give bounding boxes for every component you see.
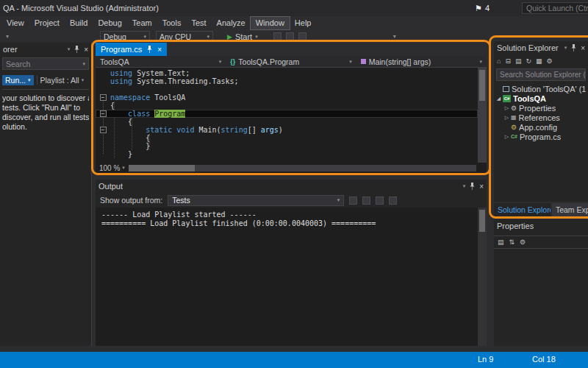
view-code-icon[interactable]: ▦ [536, 57, 542, 65]
window-title: QA - Microsoft Visual Studio (Administra… [3, 4, 159, 13]
properties-icon[interactable]: ⚙ [547, 57, 553, 65]
code-line[interactable] [96, 85, 478, 93]
chevron-collapsed-icon[interactable]: ▷ [503, 115, 510, 121]
test-explorer-header[interactable]: orer ▾ × [0, 43, 91, 56]
code-line[interactable]: using System.Threading.Tasks; [96, 77, 478, 85]
breadcrumb-segment[interactable]: ToolsQA▾ [96, 56, 226, 67]
scrollbar-thumb[interactable] [129, 165, 195, 171]
notification-count: 4 [485, 4, 490, 13]
menu-item-window[interactable]: Window [251, 17, 290, 29]
tree-item-properties[interactable]: ▷⚙Properties [494, 103, 588, 113]
notifications-button[interactable]: ⚑ 4 [475, 0, 490, 16]
output-toolbar-icon[interactable] [349, 197, 357, 205]
collapse-all-icon[interactable]: ⊟ [505, 57, 511, 65]
property-pages-icon[interactable]: ⚙ [520, 238, 526, 246]
show-all-files-icon[interactable]: ▤ [515, 57, 522, 65]
toolbar-icon[interactable] [286, 32, 294, 40]
solution-explorer-header[interactable]: Solution Explorer ▾ × [494, 41, 588, 54]
breadcrumb-segment[interactable]: {}ToolsQA.Program▾ [226, 56, 356, 67]
solution-platforms-dropdown[interactable]: Any CPU ▾ [156, 31, 213, 42]
menu-item-analyze[interactable]: Analyze [212, 17, 251, 29]
tree-item-app-config[interactable]: ⚙App.config [494, 122, 588, 132]
tab-program-cs[interactable]: Program.cs × [96, 43, 167, 56]
properties-header[interactable]: Properties [494, 219, 588, 233]
toolbar-overflow-icon[interactable]: ▾ [393, 33, 396, 40]
playlist-dropdown[interactable]: Playlist : All ▾ [40, 76, 85, 85]
menu-item-help[interactable]: Help [290, 17, 317, 29]
tree-item-toolsqa[interactable]: ◢C#ToolsQA [494, 93, 588, 103]
window-position-icon[interactable]: ▾ [463, 183, 466, 189]
code-line[interactable]: { [96, 102, 478, 110]
home-icon[interactable]: ⌂ [497, 57, 501, 65]
menu-item-team[interactable]: Team [127, 17, 157, 29]
code-line[interactable]: } [96, 142, 478, 150]
tab-solution-explorer[interactable]: Solution Explorer [494, 203, 551, 216]
tree-item-program-cs[interactable]: ▷C#Program.cs [494, 132, 588, 141]
test-explorer-panel: orer ▾ × Search ▾ Run... ▾ Playlist : Al… [0, 43, 92, 346]
fold-toggle[interactable]: − [96, 110, 110, 118]
chevron-expanded-icon[interactable]: ◢ [495, 96, 502, 102]
chevron-collapsed-icon[interactable]: ▷ [503, 105, 510, 111]
tree-item-label: App.config [519, 123, 557, 132]
menu-item-project[interactable]: Project [29, 17, 65, 29]
breadcrumb-segment[interactable]: Main(string[] args)▾ [356, 56, 487, 67]
output-toolbar-icon[interactable] [376, 197, 384, 205]
menu-item-debug[interactable]: Debug [93, 17, 126, 29]
toolbar-overflow-icon[interactable]: ▾ [6, 33, 9, 40]
code-editor[interactable]: using System.Text;using System.Threading… [96, 68, 487, 163]
output-source-dropdown[interactable]: Tests ▾ [168, 195, 344, 206]
menu-item-build[interactable]: Build [65, 17, 93, 29]
tab-team-exp[interactable]: Team Exp [552, 203, 588, 216]
run-menu-button[interactable]: Run... ▾ [2, 75, 34, 85]
output-toolbar-icon[interactable] [362, 197, 370, 205]
code-line[interactable]: { [96, 134, 478, 142]
code-line[interactable]: { [96, 118, 478, 126]
output-header[interactable]: Output ▾ × [96, 180, 487, 193]
fold-toggle[interactable]: − [96, 93, 110, 102]
pin-icon[interactable] [74, 46, 80, 54]
output-toolbar-icon[interactable] [389, 197, 397, 205]
solution-configurations-dropdown[interactable]: Debug ▾ [100, 31, 150, 42]
output-console[interactable]: ------ Load Playlist started ------=====… [96, 208, 487, 346]
pin-icon[interactable] [469, 183, 476, 191]
test-explorer-search-input[interactable]: Search ▾ [2, 57, 89, 70]
close-icon[interactable]: × [84, 46, 88, 54]
tree-item-solution-toolsqa-1-p[interactable]: Solution 'ToolsQA' (1 p [494, 84, 588, 93]
zoom-selector[interactable]: 100 % ▾ [96, 164, 129, 172]
code-line[interactable]: } [96, 150, 478, 158]
start-debugging-button[interactable]: ▶ Start ▾ [223, 31, 262, 42]
title-bar[interactable]: QA - Microsoft Visual Studio (Administra… [0, 0, 588, 16]
pin-icon[interactable] [570, 44, 577, 52]
editor-horizontal-scrollbar[interactable] [129, 165, 476, 171]
menu-item-test[interactable]: Test [186, 17, 211, 29]
alphabetical-icon[interactable]: ⇅ [509, 238, 515, 246]
pin-icon[interactable] [146, 46, 153, 54]
toolbar-icon[interactable] [298, 32, 306, 40]
refresh-icon[interactable]: ↻ [526, 57, 532, 65]
scrollbar-thumb[interactable] [479, 70, 485, 101]
close-icon[interactable]: × [581, 44, 585, 52]
tree-item-references[interactable]: ▷▦References [494, 113, 588, 122]
solution-explorer-search-input[interactable]: Search Solution Explorer (Ctrl [496, 68, 586, 81]
quick-launch-input[interactable]: Quick Launch (Ctrl [522, 2, 588, 14]
chevron-collapsed-icon[interactable]: ▷ [503, 134, 510, 140]
window-position-icon[interactable]: ▾ [564, 45, 567, 51]
code-token: { [110, 134, 150, 142]
menu-item-view[interactable]: View [1, 17, 29, 29]
code-line[interactable]: −namespace ToolsQA [96, 93, 478, 102]
close-icon[interactable]: × [157, 46, 162, 54]
menu-item-tools[interactable]: Tools [157, 17, 187, 29]
toolbar-icon[interactable] [273, 32, 282, 40]
fold-toggle[interactable]: − [96, 126, 110, 134]
scrollbar-thumb[interactable] [479, 210, 485, 232]
editor-vertical-scrollbar[interactable] [478, 68, 487, 163]
close-icon[interactable]: × [479, 183, 484, 191]
chevron-down-icon: ▾ [144, 34, 147, 40]
code-line[interactable]: using System.Text; [96, 69, 478, 77]
categorized-icon[interactable]: ▤ [498, 238, 504, 246]
output-scrollbar[interactable] [478, 208, 487, 346]
code-line[interactable]: − class Program [96, 110, 478, 118]
window-position-icon[interactable]: ▾ [68, 46, 71, 52]
code-line[interactable]: − static void Main(string[] args) [96, 126, 478, 134]
code-token: namespace [110, 93, 154, 102]
